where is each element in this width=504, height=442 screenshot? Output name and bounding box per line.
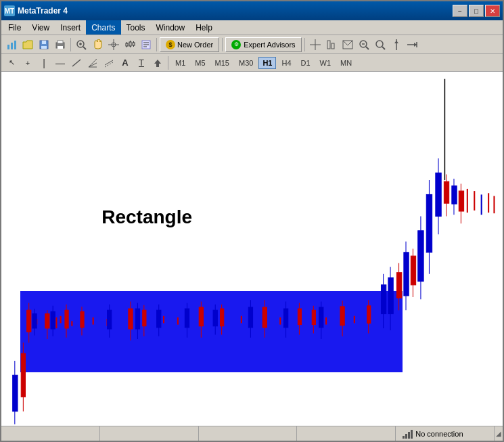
timeframe-m5[interactable]: M5 bbox=[191, 57, 209, 69]
channel-btn[interactable] bbox=[101, 56, 116, 70]
signal-bar-2 bbox=[405, 434, 407, 439]
svg-rect-145 bbox=[411, 256, 415, 285]
close-button[interactable]: ✕ bbox=[485, 5, 500, 17]
svg-rect-123 bbox=[248, 307, 252, 328]
signal-bar-3 bbox=[408, 432, 410, 439]
status-segment-5: No connection bbox=[396, 426, 495, 441]
window-title: MetaTrader 4 bbox=[18, 6, 453, 16]
menu-file[interactable]: File bbox=[3, 20, 26, 35]
svg-rect-2 bbox=[14, 41, 16, 49]
toolbar-drawing: ↖ + | — A T M1 M5 M15 M30 H1 H4 D1 W1 MN bbox=[1, 54, 503, 72]
menu-charts[interactable]: Charts bbox=[86, 20, 120, 35]
chart-area: Rectangle bbox=[1, 72, 503, 426]
hand-btn[interactable] bbox=[90, 37, 105, 52]
new-chart-btn[interactable] bbox=[4, 37, 19, 52]
svg-line-44 bbox=[72, 60, 81, 66]
menu-window[interactable]: Window bbox=[151, 20, 191, 35]
timeframe-m1[interactable]: M1 bbox=[171, 57, 189, 69]
save-btn[interactable] bbox=[37, 37, 51, 52]
maximize-button[interactable]: □ bbox=[469, 5, 484, 17]
svg-rect-142 bbox=[404, 252, 409, 296]
trend-line-btn[interactable] bbox=[69, 56, 84, 70]
svg-rect-7 bbox=[58, 41, 63, 43]
timeframe-m15[interactable]: M15 bbox=[211, 57, 233, 69]
candlestick-chart bbox=[1, 72, 503, 426]
signal-bar-1 bbox=[403, 436, 405, 439]
svg-rect-136 bbox=[388, 278, 393, 313]
svg-marker-50 bbox=[154, 60, 161, 67]
separator-4 bbox=[304, 38, 305, 51]
gann-fan-btn[interactable] bbox=[85, 56, 100, 70]
svg-rect-108 bbox=[108, 310, 112, 329]
svg-rect-5 bbox=[41, 46, 47, 49]
svg-rect-0 bbox=[7, 45, 9, 49]
resize-handle[interactable]: ◢ bbox=[495, 430, 503, 438]
chart-container[interactable]: Rectangle bbox=[1, 72, 503, 426]
history-btn[interactable] bbox=[324, 37, 339, 52]
zoom-mag-btn[interactable] bbox=[357, 37, 371, 52]
vertical-line-btn[interactable]: | bbox=[37, 56, 51, 70]
svg-rect-54 bbox=[45, 314, 49, 328]
timeframe-h4[interactable]: H4 bbox=[277, 57, 295, 69]
text-btn[interactable]: A bbox=[118, 56, 133, 70]
svg-rect-174 bbox=[13, 375, 18, 411]
properties-btn[interactable] bbox=[139, 37, 154, 52]
svg-rect-126 bbox=[283, 309, 288, 328]
title-bar: MT MetaTrader 4 − □ ✕ bbox=[1, 1, 503, 20]
minimize-button[interactable]: − bbox=[453, 5, 467, 17]
menu-tools[interactable]: Tools bbox=[121, 20, 151, 35]
zoom-in-btn[interactable] bbox=[74, 37, 89, 52]
autoscroll-btn[interactable] bbox=[405, 37, 420, 52]
svg-rect-83 bbox=[312, 310, 315, 324]
scroll-btn[interactable] bbox=[389, 37, 404, 52]
svg-rect-160 bbox=[452, 186, 457, 204]
expert-advisors-button[interactable]: ⚙ Expert Advisors bbox=[225, 37, 301, 52]
accounts-btn[interactable] bbox=[308, 37, 323, 52]
timeframe-d1[interactable]: D1 bbox=[297, 57, 315, 69]
svg-rect-114 bbox=[157, 310, 161, 328]
status-segment-4 bbox=[297, 426, 396, 441]
menu-bar: File View Insert Charts Tools Window Hel… bbox=[1, 20, 503, 35]
svg-rect-80 bbox=[298, 309, 301, 324]
arrow-select-btn[interactable]: ↖ bbox=[4, 56, 19, 70]
print-btn[interactable] bbox=[53, 37, 68, 52]
svg-rect-157 bbox=[444, 181, 449, 203]
arrow-mark-btn[interactable] bbox=[150, 56, 165, 70]
status-bar: No connection ◢ bbox=[1, 426, 503, 441]
menu-help[interactable]: Help bbox=[190, 20, 218, 35]
timeframe-w1[interactable]: W1 bbox=[316, 57, 336, 69]
status-segment-3 bbox=[199, 426, 298, 441]
menu-insert[interactable]: Insert bbox=[55, 20, 86, 35]
svg-rect-68 bbox=[143, 310, 146, 326]
main-window: MT MetaTrader 4 − □ ✕ File View Insert C… bbox=[0, 0, 504, 442]
svg-rect-19 bbox=[129, 42, 131, 46]
svg-rect-57 bbox=[65, 310, 68, 328]
new-order-button[interactable]: $ New Order bbox=[160, 37, 219, 52]
connection-status-area: No connection bbox=[398, 429, 467, 439]
folder-btn[interactable] bbox=[20, 37, 35, 52]
svg-rect-163 bbox=[459, 191, 463, 211]
chart-type-btn[interactable] bbox=[122, 37, 137, 52]
toolbar-main: $ New Order ⚙ Expert Advisors bbox=[1, 35, 503, 54]
svg-rect-120 bbox=[213, 310, 217, 326]
timeframe-m30[interactable]: M30 bbox=[235, 57, 257, 69]
label-btn[interactable]: T bbox=[134, 56, 149, 70]
svg-rect-65 bbox=[129, 309, 133, 329]
timeframe-h1[interactable]: H1 bbox=[258, 57, 276, 69]
crosshair-draw-btn[interactable]: + bbox=[20, 56, 35, 70]
menu-view[interactable]: View bbox=[26, 20, 55, 35]
crosshair-tb-btn[interactable] bbox=[106, 37, 121, 52]
svg-rect-102 bbox=[32, 314, 37, 328]
horizontal-line-btn[interactable]: — bbox=[53, 56, 68, 70]
signal-bar-4 bbox=[411, 430, 413, 439]
svg-rect-105 bbox=[51, 311, 55, 329]
svg-rect-1 bbox=[11, 43, 13, 49]
svg-rect-89 bbox=[367, 306, 371, 324]
timeframe-mn[interactable]: MN bbox=[336, 57, 356, 69]
svg-line-10 bbox=[83, 47, 86, 49]
svg-rect-16 bbox=[126, 43, 128, 46]
zoom-out-btn[interactable] bbox=[373, 37, 388, 52]
separator-2 bbox=[156, 38, 157, 51]
mail-btn[interactable] bbox=[340, 37, 355, 52]
svg-rect-74 bbox=[221, 309, 224, 326]
